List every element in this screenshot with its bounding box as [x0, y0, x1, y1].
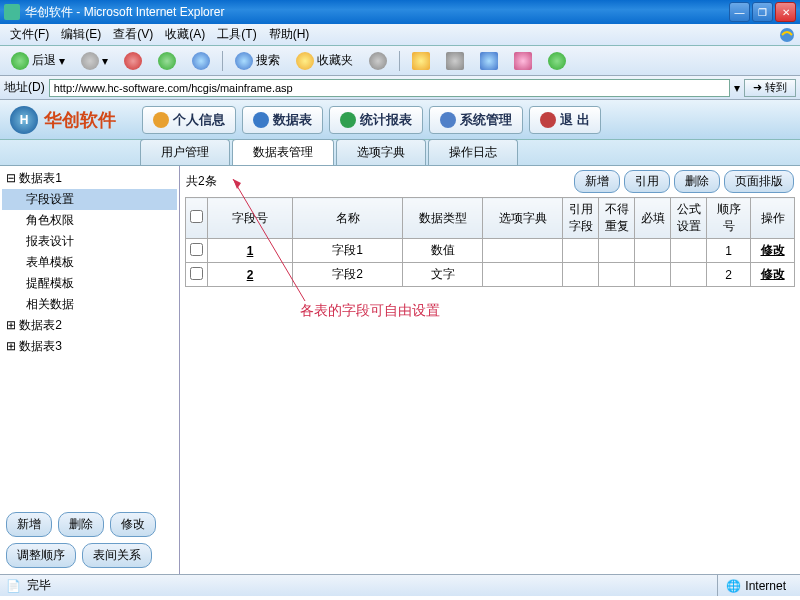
- search-icon: [235, 52, 253, 70]
- side-btn-add[interactable]: 新增: [6, 512, 52, 537]
- favorites-button[interactable]: 收藏夹: [289, 49, 360, 73]
- tree-child-field-settings[interactable]: 字段设置: [2, 189, 177, 210]
- tree-node-table2[interactable]: ⊞ 数据表2: [2, 315, 177, 336]
- menu-edit[interactable]: 编辑(E): [55, 24, 107, 45]
- home-icon: [192, 52, 210, 70]
- menu-view[interactable]: 查看(V): [107, 24, 159, 45]
- tab-option-dict[interactable]: 选项字典: [336, 139, 426, 165]
- field-id-link[interactable]: 1: [247, 244, 254, 258]
- person-icon: [153, 112, 169, 128]
- tabs-row: 用户管理 数据表管理 选项字典 操作日志: [0, 140, 800, 166]
- col-type: 数据类型: [403, 198, 483, 239]
- tree-node-table3[interactable]: ⊞ 数据表3: [2, 336, 177, 357]
- refresh-button[interactable]: [151, 49, 183, 73]
- messenger-button[interactable]: [541, 49, 573, 73]
- col-name: 名称: [293, 198, 403, 239]
- action-ref[interactable]: 引用: [624, 170, 670, 193]
- internet-icon: 🌐: [726, 579, 741, 593]
- gear-icon: [440, 112, 456, 128]
- address-bar: 地址(D) ▾ ➜ 转到: [0, 76, 800, 100]
- tree-child-role-perm[interactable]: 角色权限: [2, 210, 177, 231]
- tree: ⊟ 数据表1 字段设置 角色权限 报表设计 表单模板 提醒模板 相关数据 ⊞ 数…: [0, 166, 179, 506]
- sidebar: ⊟ 数据表1 字段设置 角色权限 报表设计 表单模板 提醒模板 相关数据 ⊞ 数…: [0, 166, 180, 574]
- nav-personal-info[interactable]: 个人信息: [142, 106, 236, 134]
- star-icon: [296, 52, 314, 70]
- forward-icon: [81, 52, 99, 70]
- home-button[interactable]: [185, 49, 217, 73]
- ie-toolbar: 后退▾ ▾ 搜索 收藏夹: [0, 46, 800, 76]
- table-row: 1 字段1 数值 1 修改: [186, 239, 795, 263]
- status-done-icon: 📄: [6, 579, 21, 593]
- row-checkbox[interactable]: [190, 267, 203, 280]
- close-button[interactable]: ✕: [775, 2, 796, 22]
- tab-op-log[interactable]: 操作日志: [428, 139, 518, 165]
- discuss-button[interactable]: [507, 49, 539, 73]
- status-zone: 🌐Internet: [717, 575, 794, 596]
- status-text: 完毕: [27, 577, 51, 594]
- search-button[interactable]: 搜索: [228, 49, 287, 73]
- tree-child-related-data[interactable]: 相关数据: [2, 294, 177, 315]
- menu-file[interactable]: 文件(F): [4, 24, 55, 45]
- minimize-button[interactable]: —: [729, 2, 750, 22]
- window-title-bar: 华创软件 - Microsoft Internet Explorer — ❐ ✕: [0, 0, 800, 24]
- mail-button[interactable]: [405, 49, 437, 73]
- app-icon: [4, 4, 20, 20]
- select-all-checkbox[interactable]: [190, 210, 203, 223]
- go-button[interactable]: ➜ 转到: [744, 79, 796, 97]
- nav-exit[interactable]: 退 出: [529, 106, 601, 134]
- tab-user-admin[interactable]: 用户管理: [140, 139, 230, 165]
- menu-tools[interactable]: 工具(T): [211, 24, 262, 45]
- edit-link[interactable]: 修改: [761, 243, 785, 257]
- address-input[interactable]: [49, 79, 730, 97]
- field-id-link[interactable]: 2: [247, 268, 254, 282]
- chart-icon: [340, 112, 356, 128]
- side-btn-relations[interactable]: 表间关系: [82, 543, 152, 568]
- action-add[interactable]: 新增: [574, 170, 620, 193]
- refresh-icon: [158, 52, 176, 70]
- tab-table-admin[interactable]: 数据表管理: [232, 139, 334, 165]
- address-label: 地址(D): [4, 79, 45, 96]
- print-button[interactable]: [439, 49, 471, 73]
- back-button[interactable]: 后退▾: [4, 49, 72, 73]
- nav-data-table[interactable]: 数据表: [242, 106, 323, 134]
- tree-child-report-design[interactable]: 报表设计: [2, 231, 177, 252]
- tree-child-reminder-template[interactable]: 提醒模板: [2, 273, 177, 294]
- table-icon: [253, 112, 269, 128]
- print-icon: [446, 52, 464, 70]
- action-layout[interactable]: 页面排版: [724, 170, 794, 193]
- edit-link[interactable]: 修改: [761, 267, 785, 281]
- stop-button[interactable]: [117, 49, 149, 73]
- messenger-icon: [548, 52, 566, 70]
- side-btn-reorder[interactable]: 调整顺序: [6, 543, 76, 568]
- side-btn-delete[interactable]: 删除: [58, 512, 104, 537]
- table-row: 2 字段2 文字 2 修改: [186, 263, 795, 287]
- edit-icon: [480, 52, 498, 70]
- col-order: 顺序号: [707, 198, 751, 239]
- col-dict: 选项字典: [483, 198, 563, 239]
- nav-system-admin[interactable]: 系统管理: [429, 106, 523, 134]
- row-checkbox[interactable]: [190, 243, 203, 256]
- data-table: 字段号 名称 数据类型 选项字典 引用字段 不得重复 必填 公式设置 顺序号 操…: [185, 197, 795, 287]
- side-btn-edit[interactable]: 修改: [110, 512, 156, 537]
- nav-stats-report[interactable]: 统计报表: [329, 106, 423, 134]
- tree-child-form-template[interactable]: 表单模板: [2, 252, 177, 273]
- forward-button[interactable]: ▾: [74, 49, 115, 73]
- edit-button[interactable]: [473, 49, 505, 73]
- tree-node-table1[interactable]: ⊟ 数据表1: [2, 168, 177, 189]
- mail-icon: [412, 52, 430, 70]
- app-name: 华创软件: [44, 108, 116, 132]
- menu-help[interactable]: 帮助(H): [263, 24, 316, 45]
- action-delete[interactable]: 删除: [674, 170, 720, 193]
- history-icon: [369, 52, 387, 70]
- col-ref: 引用字段: [563, 198, 599, 239]
- col-formula: 公式设置: [671, 198, 707, 239]
- back-icon: [11, 52, 29, 70]
- maximize-button[interactable]: ❐: [752, 2, 773, 22]
- status-bar: 📄 完毕 🌐Internet: [0, 574, 800, 596]
- stop-icon: [124, 52, 142, 70]
- app-header: H 华创软件 个人信息 数据表 统计报表 系统管理 退 出: [0, 100, 800, 140]
- col-field-no: 字段号: [208, 198, 293, 239]
- history-button[interactable]: [362, 49, 394, 73]
- menu-bar: 文件(F) 编辑(E) 查看(V) 收藏(A) 工具(T) 帮助(H): [0, 24, 800, 46]
- menu-favorites[interactable]: 收藏(A): [159, 24, 211, 45]
